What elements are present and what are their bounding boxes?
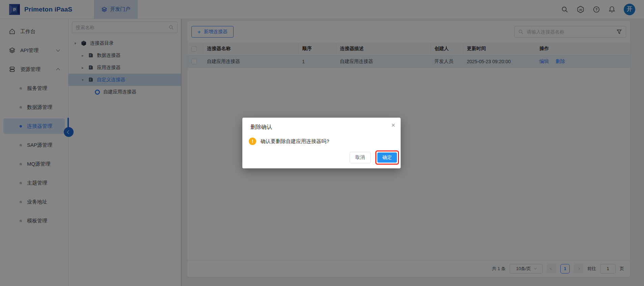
close-icon[interactable]: × (391, 122, 395, 128)
dialog-footer: 取消 确定 (350, 150, 399, 165)
app-window: P Primeton iPaaS 开发门户 AI ? (0, 0, 644, 286)
delete-confirm-dialog: 删除确认 × ! 确认要删除自建应用连接器吗? 取消 确定 (242, 118, 401, 168)
dialog-message: 确认要删除自建应用连接器吗? (261, 138, 329, 145)
warning-icon: ! (249, 138, 256, 145)
confirm-button[interactable]: 确定 (377, 152, 397, 163)
click-annotation-box: 确定 (375, 150, 399, 165)
dialog-title: 删除确认 (242, 118, 401, 131)
dialog-body: ! 确认要删除自建应用连接器吗? (242, 131, 401, 145)
cancel-button[interactable]: 取消 (350, 152, 371, 163)
